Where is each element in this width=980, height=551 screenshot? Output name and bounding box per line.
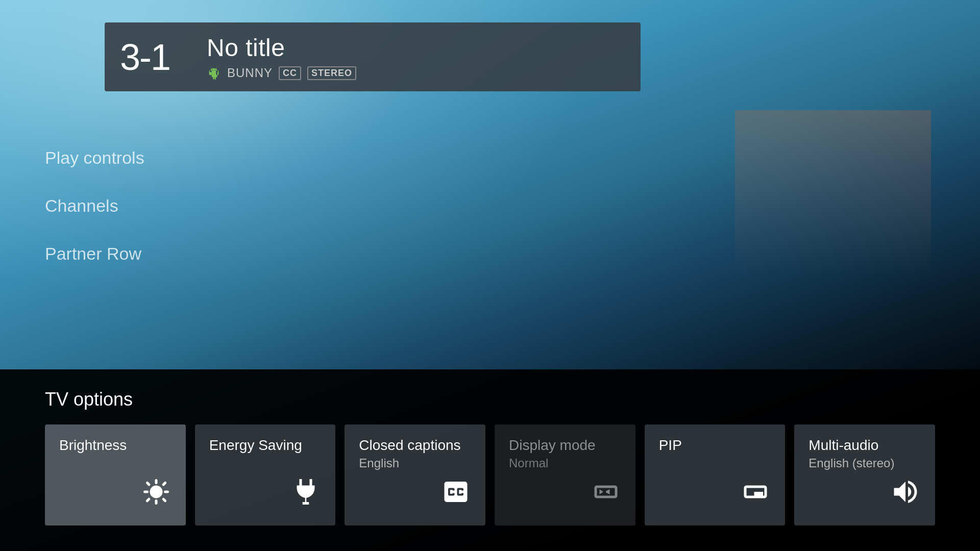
multi-audio-sublabel: English (stereo): [808, 456, 921, 470]
closed-captions-icon: [440, 477, 471, 511]
multi-audio-icon: [890, 477, 921, 511]
display-mode-icon: [591, 477, 621, 511]
channel-source-name: BUNNY: [227, 66, 273, 80]
option-card-energy-saving[interactable]: Energy Saving: [195, 424, 336, 525]
nav-item-play-controls[interactable]: Play controls: [45, 148, 144, 168]
nav-menu: Play controls Channels Partner Row: [45, 148, 144, 264]
display-mode-sublabel: Normal: [509, 456, 621, 470]
option-card-closed-captions[interactable]: Closed captions English: [345, 424, 485, 525]
channel-number: 3-1: [120, 36, 191, 78]
channel-title: No title: [207, 34, 356, 62]
option-card-display-mode[interactable]: Display mode Normal: [495, 424, 635, 525]
option-card-brightness[interactable]: Brightness: [45, 424, 186, 525]
stereo-badge: STEREO: [307, 66, 356, 80]
nav-item-partner-row[interactable]: Partner Row: [45, 244, 144, 264]
brightness-icon: [141, 477, 172, 511]
energy-saving-label: Energy Saving: [209, 437, 322, 454]
nav-item-channels[interactable]: Channels: [45, 196, 144, 216]
energy-saving-icon: [290, 477, 321, 511]
options-grid: Brightness Energy Saving Closed captions…: [45, 424, 935, 525]
closed-captions-label: Closed captions: [359, 437, 471, 454]
cc-badge: CC: [279, 66, 301, 80]
closed-captions-sublabel: English: [359, 456, 471, 470]
android-icon: [207, 66, 221, 80]
tv-options-section: TV options Brightness Energy Saving: [0, 369, 980, 551]
channel-info: No title BUNNY CC STEREO: [207, 34, 356, 80]
channel-bar: 3-1 No title BUNNY CC STEREO: [105, 22, 641, 91]
option-card-pip[interactable]: PIP: [645, 424, 786, 525]
brightness-label: Brightness: [59, 437, 172, 454]
display-mode-label: Display mode: [509, 437, 621, 454]
pip-icon: [740, 477, 771, 511]
option-card-multi-audio[interactable]: Multi-audio English (stereo): [794, 424, 935, 525]
channel-meta: BUNNY CC STEREO: [207, 66, 356, 80]
tv-options-title: TV options: [45, 389, 935, 410]
multi-audio-label: Multi-audio: [808, 437, 921, 454]
pip-label: PIP: [659, 437, 771, 454]
